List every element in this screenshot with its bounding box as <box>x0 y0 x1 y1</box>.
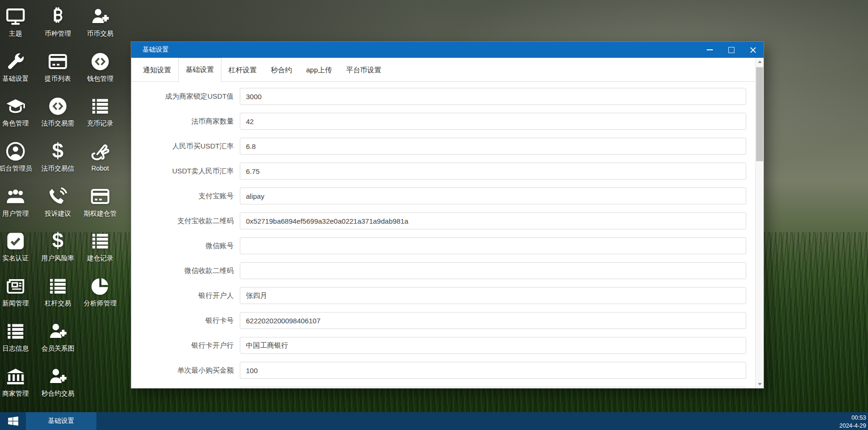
sidebar-item[interactable]: 建仓记录 <box>79 228 121 274</box>
form-field-input[interactable] <box>240 312 746 329</box>
dialog-tab[interactable]: 杠杆设置 <box>221 58 264 81</box>
sidebar-item-label: 建仓记录 <box>87 254 113 263</box>
dialog-tabbar: 通知设置基础设置杠杆设置秒合约app上传平台币设置 <box>131 58 764 82</box>
clock-time: 00:53 <box>839 414 866 422</box>
form-field-input[interactable] <box>240 138 746 155</box>
sidebar-item-label: 币币交易 <box>87 30 113 38</box>
minimize-button[interactable] <box>699 42 720 58</box>
sidebar-item[interactable]: 充币记录 <box>79 94 121 139</box>
form-field-label: USDT卖人民币汇率 <box>142 167 234 176</box>
sidebar-item[interactable]: 新闻管理 <box>0 274 37 319</box>
form-field-input[interactable] <box>240 362 746 379</box>
sidebar-item[interactable]: 主题 <box>0 4 37 49</box>
form-field-input[interactable] <box>240 113 746 130</box>
sidebar-item[interactable]: 投诉建议 <box>37 184 79 229</box>
form-field-input[interactable] <box>240 387 746 388</box>
dialog-scrollbar[interactable] <box>755 58 764 388</box>
sidebar-item[interactable]: 法币交易需 <box>37 94 79 139</box>
scroll-up-icon <box>758 61 762 63</box>
dialog-tab[interactable]: 平台币设置 <box>339 58 388 81</box>
sidebar-item-label: 基础设置 <box>2 75 29 83</box>
sidebar-item[interactable]: 用户管理 <box>0 184 37 229</box>
sidebar-item-label: 用户风险率 <box>41 254 74 263</box>
dollar-icon <box>48 141 68 161</box>
taskbar-clock[interactable]: 00:53 2024-4-29 <box>839 412 868 430</box>
form-field: 银行开户人 <box>142 287 764 304</box>
close-icon <box>750 47 756 53</box>
sidebar-item[interactable]: 杠杆交易 <box>37 274 79 319</box>
sidebar-item[interactable]: 日志信息 <box>0 319 37 364</box>
minimize-icon <box>707 49 713 50</box>
code-circle-icon <box>90 52 110 71</box>
form-field-input[interactable] <box>240 163 746 180</box>
form-field-input[interactable] <box>240 237 746 254</box>
form-field: 单次最小购买金额 <box>142 362 764 379</box>
sidebar-item-label: 投诉建议 <box>45 210 71 218</box>
form-field: 银行卡号 <box>142 312 764 329</box>
form-field-input[interactable] <box>240 287 746 304</box>
form-field-input[interactable] <box>240 212 746 229</box>
pie-chart-icon <box>90 276 110 296</box>
scrollbar-thumb[interactable] <box>756 67 763 161</box>
form-field-label: 银行卡号 <box>142 316 234 325</box>
form-field-input[interactable] <box>240 262 746 279</box>
sidebar-item-label: Robot <box>91 164 109 172</box>
form-field-input[interactable] <box>240 337 746 354</box>
sidebar-item-label: 杠杆交易 <box>45 299 71 308</box>
sidebar-item[interactable]: 角色管理 <box>0 94 37 139</box>
user-plus-icon <box>48 367 68 386</box>
sidebar-item[interactable]: 币种管理 <box>37 4 79 49</box>
sidebar-item-label: 后台管理员 <box>0 164 32 173</box>
sidebar-item[interactable]: 实名认证 <box>0 228 37 274</box>
sidebar-item[interactable]: 基础设置 <box>0 49 37 94</box>
form-field: 支付宝账号 <box>142 188 764 204</box>
taskbar-task-button[interactable]: 基础设置 <box>26 412 96 430</box>
start-button[interactable] <box>0 412 26 430</box>
sidebar-item-label: 角色管理 <box>2 119 29 128</box>
list-icon <box>90 96 110 116</box>
scroll-down-icon <box>758 383 762 385</box>
check-square-icon <box>6 231 25 251</box>
dialog-tab[interactable]: 秒合约 <box>264 58 299 81</box>
settings-form: 成为商家锁定USDT值 法币商家数量 人民币买USDT汇率 USDT卖人民币汇率… <box>131 82 764 388</box>
form-field: 微信账号 <box>142 237 764 254</box>
dialog-titlebar[interactable]: 基础设置 <box>131 42 764 58</box>
wrench-icon <box>6 52 25 71</box>
scroll-down-button[interactable] <box>756 380 764 388</box>
sidebar-item[interactable]: 用户风险率 <box>37 228 79 274</box>
sidebar-item[interactable]: Robot <box>79 139 121 184</box>
sidebar-item[interactable]: 期权建仓管 <box>79 184 121 229</box>
form-field: USDT卖人民币汇率 <box>142 163 764 180</box>
users-icon <box>6 187 25 206</box>
form-field-label: 银行卡开户行 <box>142 341 234 350</box>
maximize-icon <box>728 47 734 53</box>
sidebar-item[interactable]: 商家管理 <box>0 364 37 409</box>
form-field-label: 银行开户人 <box>142 291 234 300</box>
sidebar-item-label: 日志信息 <box>2 344 29 353</box>
sidebar-item[interactable]: 秒合约交易 <box>37 364 79 409</box>
settings-dialog: 基础设置 通知设置基础设置杠杆设置秒合约app上传平台币设置 成为商家锁定USD… <box>131 42 764 388</box>
sidebar-item[interactable]: 法币交易信 <box>37 139 79 184</box>
sidebar-item[interactable]: 钱包管理 <box>79 49 121 94</box>
sidebar-item[interactable]: 会员关系图 <box>37 319 79 364</box>
dialog-tab[interactable]: 通知设置 <box>136 58 178 81</box>
form-field-input[interactable] <box>240 88 746 105</box>
form-field: 微信收款二维码 <box>142 262 764 279</box>
dollar-icon <box>48 231 68 251</box>
scroll-up-button[interactable] <box>756 58 764 66</box>
form-field: 支付宝收款二维码 <box>142 212 764 229</box>
sidebar-item-label: 法币交易需 <box>41 119 74 128</box>
dialog-tab[interactable]: 基础设置 <box>178 58 221 82</box>
windows-logo-icon <box>7 415 19 427</box>
sidebar-item[interactable]: 提币列表 <box>37 49 79 94</box>
form-field-label: 微信账号 <box>142 242 234 250</box>
form-field-input[interactable] <box>240 188 746 204</box>
maximize-button[interactable] <box>720 42 742 58</box>
sidebar-empty-cell <box>79 319 121 364</box>
sidebar-item[interactable]: 币币交易 <box>79 4 121 49</box>
close-button[interactable] <box>742 42 764 58</box>
dialog-tab[interactable]: app上传 <box>299 58 339 81</box>
sidebar-item[interactable]: 后台管理员 <box>0 139 37 184</box>
dialog-title: 基础设置 <box>142 46 169 54</box>
sidebar-item[interactable]: 分析师管理 <box>79 274 121 319</box>
